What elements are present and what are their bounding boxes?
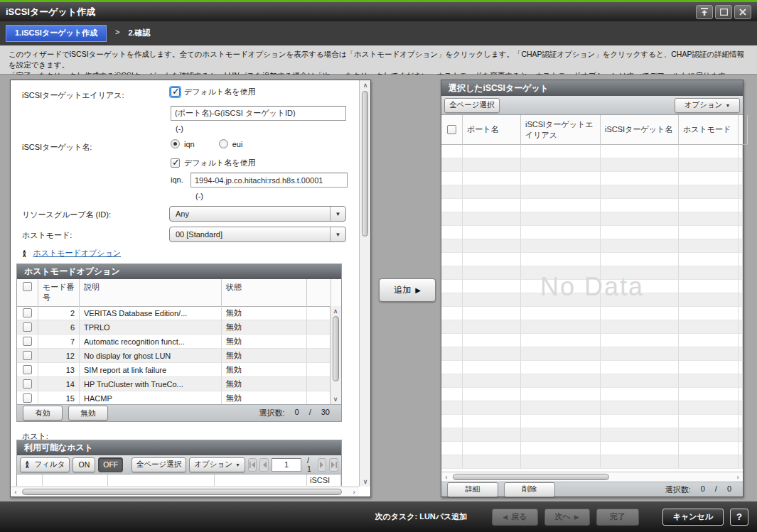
scrollbar-thumb[interactable] [453,474,609,480]
column-target-alias: iSCSIターゲットエイリアス [521,115,601,145]
scroll-right-icon[interactable]: › [349,488,359,496]
scrollbar-thumb[interactable] [22,489,342,495]
back-button[interactable]: ◀戻る [492,509,537,526]
alias-label: iSCSIターゲットエイリアス: [22,90,124,101]
dock-icon[interactable] [696,5,713,19]
scroll-right-icon[interactable]: › [733,473,743,482]
filter-collapse-icon: ∧∧ [25,461,30,468]
selected-targets-title: 選択したiSCSIターゲット [441,80,743,96]
iqn-input[interactable] [190,173,348,188]
host-mode-select[interactable]: 00 [Standard] ▼ [169,227,346,242]
alias-default-checkbox[interactable] [171,87,180,97]
target-name-default-checkbox[interactable] [171,158,180,168]
row-checkbox[interactable] [23,322,32,332]
table-row[interactable]: 14 HP TruCluster with TrueCo... 無効 [17,377,341,391]
cancel-button[interactable]: キャンセル [662,509,724,526]
table-row[interactable]: 7 Automatic recognition funct... 無効 [17,335,341,349]
row-checkbox[interactable] [23,379,32,389]
last-page-icon[interactable] [329,458,338,472]
scroll-left-icon[interactable]: ‹ [11,488,21,496]
host-mode-options-table-title: ホストモードオプション [17,264,341,279]
mode-description: HACMP [80,391,222,404]
add-button[interactable]: 追加▶ [379,278,436,302]
select-all-checkbox[interactable] [447,125,456,134]
delete-button[interactable]: 削除 [504,482,555,497]
scroll-down-icon[interactable]: ∨ [360,477,370,486]
selected-targets-toolbar: 全ページ選択 オプション▼ [441,96,743,115]
options-button[interactable]: オプション▼ [675,98,740,113]
eui-radio[interactable] [219,139,228,148]
detail-button[interactable]: 詳細 [447,482,498,497]
row-checkbox[interactable] [23,393,32,403]
row-checkbox[interactable] [23,365,32,374]
table-row[interactable]: 2 VERITAS Database Edition/... 無効 [17,306,341,320]
host-mode-table-scrollbar[interactable]: ∧ ∨ [330,306,341,404]
mode-number: 6 [38,320,80,335]
left-panel-vscrollbar[interactable]: ∧ ∨ [359,80,370,487]
target-name-label: iSCSIターゲット名: [22,142,92,153]
table-row[interactable]: 12 No display for ghost LUN 無効 [17,349,341,363]
row-checkbox[interactable] [23,308,32,317]
available-hosts-title: 利用可能なホスト [17,440,341,455]
empty-row [441,172,743,185]
select-all-pages-button[interactable]: 全ページ選択 [131,457,187,472]
iqn-note: (-) [195,192,203,200]
resource-group-label: リソースグループ名 (ID): [22,210,111,220]
prev-page-icon[interactable] [259,458,269,472]
enable-button[interactable]: 有効 [23,406,63,420]
host-mode-options-rows: 2 VERITAS Database Edition/... 無効 6 TPRL… [17,306,341,404]
finish-button[interactable]: 完了 [596,509,639,526]
mode-description: HP TruCluster with TrueCo... [80,377,222,391]
column-mode-number: モード番号 [38,279,80,307]
table-row[interactable]: 6 TPRLO 無効 [17,320,341,335]
scroll-up-icon[interactable]: ∧ [360,81,370,89]
alias-input[interactable] [171,106,346,121]
options-button[interactable]: オプション▼ [189,457,245,472]
wizard-step-2: 2.確認 [128,28,150,38]
resource-group-value: Any [170,210,330,218]
first-page-icon[interactable] [248,458,257,472]
chevron-down-icon: ▼ [725,103,730,108]
page-number-input[interactable] [272,458,301,472]
empty-row [441,415,743,428]
filter-on-button[interactable]: ON [73,457,95,472]
filter-off-button[interactable]: OFF [98,457,123,472]
mode-status: 無効 [222,363,307,377]
help-button[interactable]: ? [730,509,748,526]
row-checkbox[interactable] [23,337,32,346]
row-checkbox[interactable] [23,351,32,360]
scroll-left-icon[interactable]: ‹ [441,473,451,482]
chevron-down-icon: ▼ [330,227,345,241]
arrow-right-icon: ▶ [574,514,579,521]
empty-row [441,320,743,334]
scroll-down-icon[interactable]: ∨ [331,395,340,403]
select-all-checkbox[interactable] [23,282,32,291]
disable-button[interactable]: 無効 [68,406,108,420]
selected-targets-panel: 選択したiSCSIターゲット 全ページ選択 オプション▼ ポート名 iSCSIタ… [441,80,743,497]
iqn-radio[interactable] [171,139,180,148]
filter-button[interactable]: ∧∧ フィルタ [20,457,70,472]
table-row[interactable]: 13 SIM report at link failure 無効 [17,363,341,377]
table-row[interactable]: 15 HACMP 無効 [17,391,341,404]
host-mode-label: ホストモード: [22,230,72,241]
host-mode-options-link[interactable]: ホストモードオプション [33,248,122,259]
mode-number: 15 [38,391,80,404]
next-button[interactable]: 次へ▶ [544,509,590,526]
scroll-up-icon[interactable]: ∧ [331,307,340,315]
resource-group-select[interactable]: Any ▼ [169,206,346,222]
close-icon[interactable] [734,5,751,19]
next-page-icon[interactable] [318,458,327,472]
mode-status: 無効 [222,391,307,404]
mode-number: 7 [38,335,80,349]
scrollbar-thumb[interactable] [362,91,368,237]
mode-number: 13 [38,363,80,377]
column-host-mode: ホストモード [679,115,739,145]
maximize-icon[interactable] [715,5,732,19]
scrollbar-thumb[interactable] [333,316,339,381]
alias-default-checkbox-label: デフォルト名を使用 [184,87,256,97]
select-all-pages-button[interactable]: 全ページ選択 [444,98,500,113]
right-panel-hscrollbar[interactable]: ‹ › [441,472,743,482]
left-panel-hscrollbar[interactable]: ‹ › [11,487,359,496]
titlebar: iSCSIターゲット作成 [0,2,757,21]
wizard-step-1[interactable]: 1.iSCSIターゲット作成 [6,25,107,42]
